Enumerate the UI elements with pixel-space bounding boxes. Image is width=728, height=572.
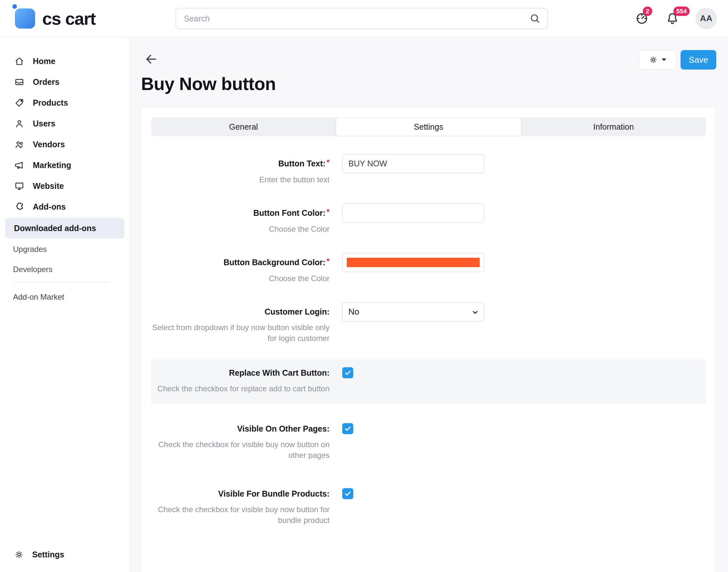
field-hint: Check the checkbox for visible buy now b… [151,439,330,460]
field-hint: Check the checkbox for replace add to ca… [151,383,330,394]
form-row-button-font-color: Button Font Color:* Choose the Color [151,204,706,234]
page-header: Save Buy Now button [141,37,716,107]
sidebar-item-label: Downloaded add-ons [14,224,96,233]
customer-login-select[interactable]: No [342,302,484,321]
form-row-customer-login: Customer Login: Select from dropdown if … [151,302,706,344]
sidebar-item-label: Home [33,57,55,66]
sidebar-item-label: Developers [13,265,52,274]
search-box [175,8,548,29]
check-icon [344,368,352,377]
replace-with-cart-checkbox[interactable] [342,367,353,378]
sidebar-item-vendors[interactable]: Vendors [0,134,130,155]
field-label: Customer Login: [151,306,330,317]
tag-icon [14,97,25,108]
sidebar-item-label: Vendors [33,140,65,149]
notifications-button[interactable]: 554 [665,11,680,26]
sidebar-item-label: Marketing [33,160,71,170]
button-text-input[interactable] [342,154,484,173]
main-content: Save Buy Now button General Settings Inf… [130,37,728,572]
check-icon [344,424,352,433]
puzzle-icon [14,202,25,212]
sidebar-item-add-on-market[interactable]: Add-on Market [0,287,130,307]
search-input[interactable] [175,8,548,29]
check-icon [344,490,352,498]
field-hint: Check the checkbox for visible buy now b… [151,504,330,525]
field-hint: Enter the button text [151,174,330,185]
required-marker: * [326,257,330,266]
orders-icon [14,77,25,87]
sidebar-item-label: Products [33,98,68,108]
sidebar-item-upgrades[interactable]: Upgrades [0,239,130,259]
users-icon [14,139,25,150]
sidebar-item-developers[interactable]: Developers [0,259,130,280]
sidebar-item-users[interactable]: Users [0,113,130,134]
sidebar-item-products[interactable]: Products [0,92,130,113]
save-button[interactable]: Save [680,50,716,70]
back-button[interactable] [144,52,158,66]
field-label: Button Background Color:* [151,257,330,268]
sidebar-item-label: Settings [32,550,64,559]
sidebar-divider [13,282,109,282]
form-row-visible-bundle-products: Visible For Bundle Products: Check the c… [151,488,706,525]
home-icon [14,56,25,67]
page-title: Buy Now button [141,73,276,94]
required-marker: * [326,207,330,216]
gear-icon [14,550,24,560]
search-icon[interactable] [529,13,541,24]
cscart-logo-icon [15,8,35,28]
topbar: cs cart 2 554 AA [0,0,728,37]
sidebar-item-website[interactable]: Website [0,175,130,196]
field-label: Visible For Bundle Products: [151,488,330,499]
sidebar-item-orders[interactable]: Orders [0,72,130,92]
sidebar-item-home[interactable]: Home [0,51,130,72]
chevron-down-icon [471,308,480,316]
field-label: Button Font Color:* [151,207,330,219]
logo[interactable]: cs cart [0,8,95,28]
megaphone-icon [14,160,25,170]
tab-bar: General Settings Information [151,117,706,136]
settings-dropdown-button[interactable] [639,50,676,70]
topbar-actions: 2 554 AA [634,0,717,37]
sidebar-item-settings[interactable]: Settings [14,550,64,560]
addon-settings-card: General Settings Information Button Text… [141,107,716,572]
required-marker: * [326,158,330,167]
tab-information[interactable]: Information [521,117,706,136]
tab-settings[interactable]: Settings [336,117,521,136]
sidebar-item-downloaded-add-ons[interactable]: Downloaded add-ons [5,218,125,238]
field-label: Replace With Cart Button: [151,367,330,378]
field-label: Visible On Other Pages: [151,423,330,434]
field-hint: Select from dropdown if buy now button v… [151,322,330,344]
logo-dot [12,4,17,9]
field-hint: Choose the Color [151,273,330,284]
field-hint: Choose the Color [151,224,330,234]
sidebar-item-label: Upgrades [13,245,47,254]
button-font-color-input[interactable] [342,204,484,223]
logo-text: cs cart [42,8,95,28]
sidebar-item-add-ons[interactable]: Add-ons [0,196,130,217]
sidebar-item-label: Orders [33,77,60,87]
performance-button[interactable]: 2 [634,11,649,26]
visible-other-pages-checkbox[interactable] [342,423,353,434]
sidebar-item-label: Website [33,182,64,191]
sidebar: Home Orders Products Users Vendors Marke… [0,37,130,572]
sidebar-item-label: Add-on Market [13,292,64,302]
settings-form: Button Text:* Enter the button text Butt… [151,136,706,525]
field-label: Button Text:* [151,158,330,169]
sidebar-item-marketing[interactable]: Marketing [0,155,130,175]
color-swatch [347,258,480,267]
sidebar-item-label: Users [33,119,56,128]
sidebar-item-label: Add-ons [33,202,66,212]
app-root: cs cart 2 554 AA Home Orders [0,0,728,572]
form-row-visible-other-pages: Visible On Other Pages: Check the checkb… [151,423,706,460]
gear-icon [649,55,658,64]
tab-general[interactable]: General [151,117,336,136]
form-row-replace-with-cart: Replace With Cart Button: Check the chec… [151,359,706,404]
form-row-button-text: Button Text:* Enter the button text [151,154,706,185]
selected-option: No [348,307,359,317]
chevron-down-icon [662,59,666,61]
arrow-left-icon [144,52,158,66]
button-background-color-input[interactable] [342,253,484,272]
monitor-icon [14,181,25,192]
visible-bundle-products-checkbox[interactable] [342,488,353,499]
avatar[interactable]: AA [696,8,717,29]
